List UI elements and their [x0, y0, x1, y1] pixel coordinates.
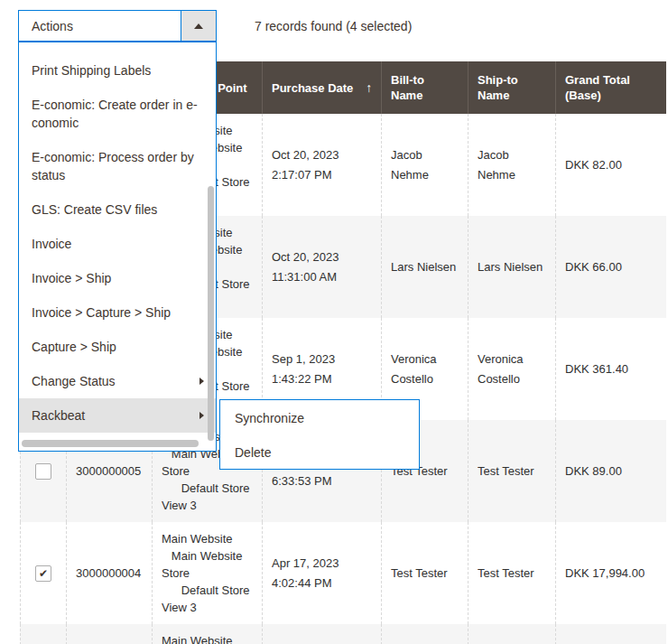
purchase-date-cell: Oct 20, 2023 2:17:07 PM: [262, 114, 381, 216]
menu-item-invoice-ship[interactable]: Invoice > Ship: [19, 261, 216, 295]
grand-total-cell: DKK 17,994.00: [555, 522, 666, 624]
records-summary: 7 records found (4 selected): [255, 19, 412, 33]
bill-to-cell: Test Tester: [381, 522, 468, 624]
grand-total-cell: DKK 89.00: [555, 420, 666, 522]
grand-total-cell: DKK 361.40: [555, 318, 666, 420]
submenu-item-synchronize[interactable]: Synchronize: [220, 401, 419, 435]
purchase-date-cell: Oct 20, 2023 11:31:00 AM: [262, 216, 381, 318]
bill-to-cell: Jacob Nehme: [381, 114, 468, 216]
header-grand-total[interactable]: Grand Total (Base): [555, 61, 666, 114]
submenu-item-delete[interactable]: Delete: [220, 435, 419, 470]
ship-to-cell: Lars Nielsen: [468, 216, 555, 318]
grand-total-cell: DKK 82.00: [555, 114, 666, 216]
purchase-date-cell: [262, 624, 381, 644]
purchase-point-cell: Main Website Main Website Store Default …: [152, 522, 262, 624]
row-select-cell: ✔: [20, 522, 66, 624]
order-id-cell: [66, 624, 152, 644]
order-id-cell: 3000000004: [66, 522, 152, 624]
horizontal-scrollbar-thumb[interactable]: [22, 440, 199, 447]
actions-dropdown-menu: Print Shipping Labels E-conomic: Create …: [18, 42, 217, 452]
grand-total-cell: DKK 66.00: [555, 216, 666, 318]
rackbeat-submenu: Synchronize Delete: [219, 399, 420, 470]
menu-item-economic-process-order[interactable]: E-conomic: Process order by status: [19, 140, 216, 192]
ship-to-cell: Jacob Nehme: [468, 114, 555, 216]
row-checkbox[interactable]: [35, 463, 51, 480]
table-row[interactable]: ✔ 3000000004 Main Website Main Website S…: [20, 522, 666, 624]
submenu-arrow-icon: [199, 412, 204, 419]
menu-item-invoice[interactable]: Invoice: [19, 227, 216, 261]
purchase-point-cell: Main Website Main Website Store Default …: [152, 624, 262, 644]
menu-item-print-shipping-labels[interactable]: Print Shipping Labels: [19, 53, 216, 88]
ship-to-cell: Test Tester: [468, 522, 555, 624]
header-bill-to-name[interactable]: Bill-to Name: [381, 61, 468, 114]
menu-item-change-status[interactable]: Change Status: [19, 364, 216, 398]
ship-to-cell: Test Tester: [468, 420, 555, 522]
menu-item-economic-create-order[interactable]: E-conomic: Create order in e-conomic: [19, 88, 216, 140]
actions-select-button[interactable]: Actions: [18, 10, 217, 42]
actions-select-arrow-button[interactable]: [181, 11, 216, 41]
menu-item-gls-create-csv[interactable]: GLS: Create CSV files: [19, 192, 216, 227]
vertical-scrollbar-thumb[interactable]: [208, 186, 214, 441]
menu-item-rackbeat[interactable]: Rackbeat: [19, 398, 216, 433]
menu-item-capture-ship[interactable]: Capture > Ship: [19, 330, 216, 364]
actions-menu-list: Print Shipping Labels E-conomic: Create …: [19, 42, 216, 433]
chevron-up-icon: [194, 23, 203, 29]
header-ship-to-name[interactable]: Ship-to Name: [468, 61, 555, 114]
table-row[interactable]: Main Website Main Website Store Default …: [20, 624, 666, 644]
bill-to-cell: [381, 624, 468, 644]
row-checkbox[interactable]: ✔: [35, 565, 51, 582]
header-purchase-date[interactable]: Purchase Date↑: [262, 61, 381, 114]
row-select-cell: [20, 624, 66, 644]
sort-ascending-icon: ↑: [366, 80, 372, 96]
orders-grid-page: Actions 7 records found (4 selected) Pur…: [0, 0, 668, 644]
actions-select-label: Actions: [19, 11, 181, 41]
menu-item-invoice-capture-ship[interactable]: Invoice > Capture > Ship: [19, 295, 216, 330]
ship-to-cell: Veronica Costello: [468, 318, 555, 420]
submenu-arrow-icon: [199, 378, 204, 385]
bill-to-cell: Lars Nielsen: [381, 216, 468, 318]
rackbeat-submenu-list: Synchronize Delete: [220, 400, 419, 471]
grand-total-cell: [555, 624, 666, 644]
purchase-date-cell: Apr 17, 2023 4:02:44 PM: [262, 522, 381, 624]
ship-to-cell: [468, 624, 555, 644]
